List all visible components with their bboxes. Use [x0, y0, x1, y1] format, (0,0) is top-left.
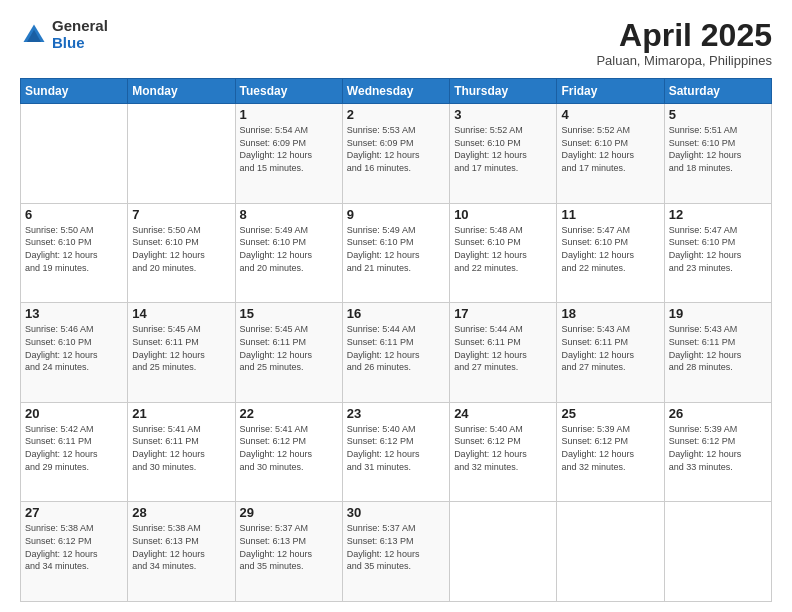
day-number: 8 [240, 207, 338, 222]
calendar-cell: 27Sunrise: 5:38 AM Sunset: 6:12 PM Dayli… [21, 502, 128, 602]
logo-text: General Blue [52, 18, 108, 51]
day-number: 30 [347, 505, 445, 520]
day-info: Sunrise: 5:38 AM Sunset: 6:13 PM Dayligh… [132, 522, 230, 572]
calendar-week-row: 27Sunrise: 5:38 AM Sunset: 6:12 PM Dayli… [21, 502, 772, 602]
day-info: Sunrise: 5:43 AM Sunset: 6:11 PM Dayligh… [561, 323, 659, 373]
calendar-cell: 4Sunrise: 5:52 AM Sunset: 6:10 PM Daylig… [557, 104, 664, 204]
day-number: 25 [561, 406, 659, 421]
day-info: Sunrise: 5:46 AM Sunset: 6:10 PM Dayligh… [25, 323, 123, 373]
day-info: Sunrise: 5:41 AM Sunset: 6:11 PM Dayligh… [132, 423, 230, 473]
day-number: 15 [240, 306, 338, 321]
day-of-week-header: Friday [557, 79, 664, 104]
logo-blue: Blue [52, 35, 108, 52]
day-info: Sunrise: 5:52 AM Sunset: 6:10 PM Dayligh… [454, 124, 552, 174]
month-year: April 2025 [596, 18, 772, 53]
day-number: 6 [25, 207, 123, 222]
calendar-cell: 30Sunrise: 5:37 AM Sunset: 6:13 PM Dayli… [342, 502, 449, 602]
calendar-cell: 12Sunrise: 5:47 AM Sunset: 6:10 PM Dayli… [664, 203, 771, 303]
calendar-week-row: 6Sunrise: 5:50 AM Sunset: 6:10 PM Daylig… [21, 203, 772, 303]
day-info: Sunrise: 5:39 AM Sunset: 6:12 PM Dayligh… [669, 423, 767, 473]
day-number: 14 [132, 306, 230, 321]
calendar-cell: 5Sunrise: 5:51 AM Sunset: 6:10 PM Daylig… [664, 104, 771, 204]
day-number: 1 [240, 107, 338, 122]
day-info: Sunrise: 5:45 AM Sunset: 6:11 PM Dayligh… [240, 323, 338, 373]
calendar-cell: 13Sunrise: 5:46 AM Sunset: 6:10 PM Dayli… [21, 303, 128, 403]
day-number: 17 [454, 306, 552, 321]
calendar-cell: 22Sunrise: 5:41 AM Sunset: 6:12 PM Dayli… [235, 402, 342, 502]
calendar-cell: 2Sunrise: 5:53 AM Sunset: 6:09 PM Daylig… [342, 104, 449, 204]
calendar-cell: 29Sunrise: 5:37 AM Sunset: 6:13 PM Dayli… [235, 502, 342, 602]
calendar-header-row: SundayMondayTuesdayWednesdayThursdayFrid… [21, 79, 772, 104]
day-number: 11 [561, 207, 659, 222]
calendar-cell: 10Sunrise: 5:48 AM Sunset: 6:10 PM Dayli… [450, 203, 557, 303]
day-info: Sunrise: 5:49 AM Sunset: 6:10 PM Dayligh… [347, 224, 445, 274]
day-number: 5 [669, 107, 767, 122]
day-number: 13 [25, 306, 123, 321]
day-number: 3 [454, 107, 552, 122]
calendar-cell: 21Sunrise: 5:41 AM Sunset: 6:11 PM Dayli… [128, 402, 235, 502]
day-of-week-header: Saturday [664, 79, 771, 104]
day-info: Sunrise: 5:53 AM Sunset: 6:09 PM Dayligh… [347, 124, 445, 174]
day-number: 24 [454, 406, 552, 421]
day-number: 27 [25, 505, 123, 520]
day-info: Sunrise: 5:39 AM Sunset: 6:12 PM Dayligh… [561, 423, 659, 473]
day-info: Sunrise: 5:49 AM Sunset: 6:10 PM Dayligh… [240, 224, 338, 274]
calendar-cell: 11Sunrise: 5:47 AM Sunset: 6:10 PM Dayli… [557, 203, 664, 303]
day-info: Sunrise: 5:40 AM Sunset: 6:12 PM Dayligh… [347, 423, 445, 473]
day-info: Sunrise: 5:54 AM Sunset: 6:09 PM Dayligh… [240, 124, 338, 174]
calendar-cell: 3Sunrise: 5:52 AM Sunset: 6:10 PM Daylig… [450, 104, 557, 204]
calendar-cell: 28Sunrise: 5:38 AM Sunset: 6:13 PM Dayli… [128, 502, 235, 602]
calendar-cell: 16Sunrise: 5:44 AM Sunset: 6:11 PM Dayli… [342, 303, 449, 403]
day-info: Sunrise: 5:37 AM Sunset: 6:13 PM Dayligh… [347, 522, 445, 572]
logo-icon [20, 21, 48, 49]
calendar-cell [557, 502, 664, 602]
calendar-cell: 24Sunrise: 5:40 AM Sunset: 6:12 PM Dayli… [450, 402, 557, 502]
logo-general: General [52, 18, 108, 35]
day-of-week-header: Wednesday [342, 79, 449, 104]
title-block: April 2025 Paluan, Mimaropa, Philippines [596, 18, 772, 68]
calendar-cell: 17Sunrise: 5:44 AM Sunset: 6:11 PM Dayli… [450, 303, 557, 403]
day-info: Sunrise: 5:50 AM Sunset: 6:10 PM Dayligh… [25, 224, 123, 274]
location: Paluan, Mimaropa, Philippines [596, 53, 772, 68]
day-info: Sunrise: 5:51 AM Sunset: 6:10 PM Dayligh… [669, 124, 767, 174]
day-of-week-header: Monday [128, 79, 235, 104]
calendar-cell [21, 104, 128, 204]
day-number: 12 [669, 207, 767, 222]
page: General Blue April 2025 Paluan, Mimaropa… [0, 0, 792, 612]
day-info: Sunrise: 5:41 AM Sunset: 6:12 PM Dayligh… [240, 423, 338, 473]
day-of-week-header: Tuesday [235, 79, 342, 104]
calendar-cell: 9Sunrise: 5:49 AM Sunset: 6:10 PM Daylig… [342, 203, 449, 303]
day-of-week-header: Thursday [450, 79, 557, 104]
day-info: Sunrise: 5:37 AM Sunset: 6:13 PM Dayligh… [240, 522, 338, 572]
logo: General Blue [20, 18, 108, 51]
day-info: Sunrise: 5:48 AM Sunset: 6:10 PM Dayligh… [454, 224, 552, 274]
calendar-cell: 25Sunrise: 5:39 AM Sunset: 6:12 PM Dayli… [557, 402, 664, 502]
day-number: 21 [132, 406, 230, 421]
calendar-cell: 8Sunrise: 5:49 AM Sunset: 6:10 PM Daylig… [235, 203, 342, 303]
day-number: 19 [669, 306, 767, 321]
calendar-week-row: 1Sunrise: 5:54 AM Sunset: 6:09 PM Daylig… [21, 104, 772, 204]
calendar-cell [450, 502, 557, 602]
day-number: 9 [347, 207, 445, 222]
calendar-cell: 14Sunrise: 5:45 AM Sunset: 6:11 PM Dayli… [128, 303, 235, 403]
day-number: 18 [561, 306, 659, 321]
day-number: 29 [240, 505, 338, 520]
calendar-week-row: 20Sunrise: 5:42 AM Sunset: 6:11 PM Dayli… [21, 402, 772, 502]
day-info: Sunrise: 5:52 AM Sunset: 6:10 PM Dayligh… [561, 124, 659, 174]
day-number: 4 [561, 107, 659, 122]
calendar-table: SundayMondayTuesdayWednesdayThursdayFrid… [20, 78, 772, 602]
calendar-cell: 6Sunrise: 5:50 AM Sunset: 6:10 PM Daylig… [21, 203, 128, 303]
calendar-cell: 23Sunrise: 5:40 AM Sunset: 6:12 PM Dayli… [342, 402, 449, 502]
day-number: 16 [347, 306, 445, 321]
day-info: Sunrise: 5:50 AM Sunset: 6:10 PM Dayligh… [132, 224, 230, 274]
day-info: Sunrise: 5:40 AM Sunset: 6:12 PM Dayligh… [454, 423, 552, 473]
day-info: Sunrise: 5:45 AM Sunset: 6:11 PM Dayligh… [132, 323, 230, 373]
calendar-cell [128, 104, 235, 204]
day-info: Sunrise: 5:38 AM Sunset: 6:12 PM Dayligh… [25, 522, 123, 572]
day-info: Sunrise: 5:43 AM Sunset: 6:11 PM Dayligh… [669, 323, 767, 373]
day-info: Sunrise: 5:47 AM Sunset: 6:10 PM Dayligh… [561, 224, 659, 274]
day-number: 22 [240, 406, 338, 421]
day-info: Sunrise: 5:42 AM Sunset: 6:11 PM Dayligh… [25, 423, 123, 473]
calendar-week-row: 13Sunrise: 5:46 AM Sunset: 6:10 PM Dayli… [21, 303, 772, 403]
calendar-cell: 19Sunrise: 5:43 AM Sunset: 6:11 PM Dayli… [664, 303, 771, 403]
